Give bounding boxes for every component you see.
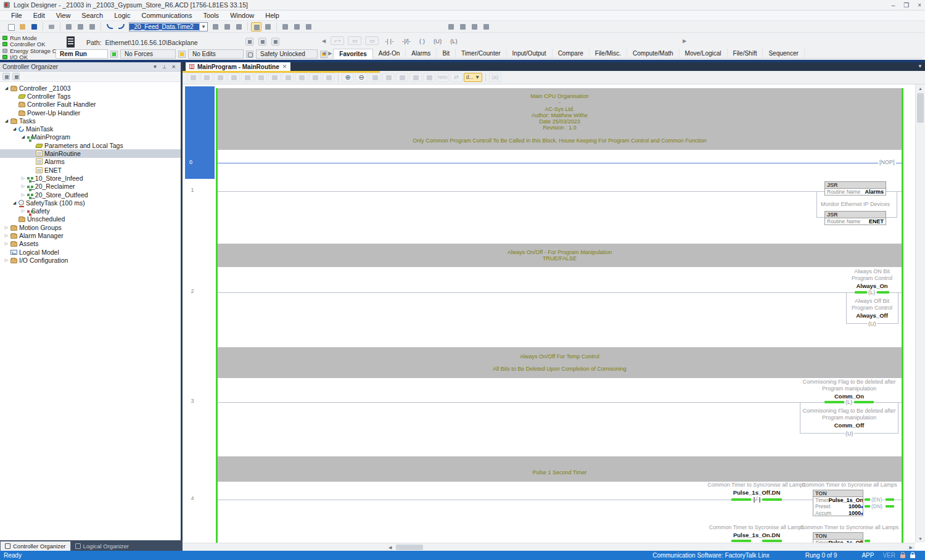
address-display-icon[interactable]: (a): [489, 73, 501, 82]
tree-item-controller[interactable]: Controller _21003: [0, 84, 181, 92]
bookmark-next-icon[interactable]: [458, 22, 468, 31]
palette-scroll-left-icon[interactable]: ◀: [321, 38, 327, 44]
fit-width-icon[interactable]: [369, 73, 381, 82]
rung0-wire[interactable]: [218, 163, 902, 163]
redo-icon[interactable]: [116, 22, 126, 31]
new-branch-icon[interactable]: ▭: [348, 36, 361, 45]
xio-contact-icon[interactable]: -|/|-: [400, 38, 413, 44]
tree-item-safety-program[interactable]: Safety: [0, 207, 181, 215]
tree-item-logical-model[interactable]: Logical Model: [0, 248, 181, 256]
edit-rung-icon[interactable]: [200, 73, 213, 82]
ton-pulse-off-block[interactable]: TON TimerPulse_1s_Off: [813, 532, 863, 543]
tag-combo-dropdown-icon[interactable]: ▼: [199, 23, 207, 31]
menu-logic[interactable]: Logic: [109, 11, 135, 20]
restore-button[interactable]: ❐: [903, 2, 909, 9]
tag-combo[interactable]: _20_Feed_Data.Time2 ▼: [129, 22, 208, 31]
scope-dropdown[interactable]: d... ▼: [464, 73, 482, 82]
organizer-dropdown-icon[interactable]: ▼: [150, 64, 160, 70]
tree-item-20-store-outfeed[interactable]: _20_Store_Outfeed: [0, 191, 181, 199]
vertical-scroll-thumb[interactable]: [917, 93, 924, 123]
rung1-number[interactable]: 1: [185, 187, 200, 193]
jsr-enet-block[interactable]: JSR Routine NameENET: [824, 211, 886, 225]
search-prev-icon[interactable]: [222, 22, 232, 31]
palette-tab-timercounter[interactable]: Timer/Counter: [456, 49, 507, 59]
tabs-scroll-right-icon[interactable]: ▶: [327, 51, 333, 56]
save-icon[interactable]: [29, 22, 39, 31]
bookmark-toggle-icon[interactable]: [446, 22, 456, 31]
paste-icon[interactable]: [87, 22, 97, 31]
organizer-pin-icon[interactable]: ⊥: [160, 64, 169, 70]
palette-tab-inputoutput[interactable]: Input/Output: [507, 49, 553, 59]
ladder-canvas[interactable]: 0 Main CPU Organisation - AC-Sys Ltd. Au…: [183, 84, 915, 543]
cut-icon[interactable]: [64, 22, 74, 31]
print-icon[interactable]: [46, 22, 57, 31]
find-icon[interactable]: [234, 22, 244, 31]
palette-tab-computemath[interactable]: Compute/Math: [627, 49, 680, 59]
palette-tab-fileshift[interactable]: File/Shift: [728, 49, 763, 59]
rung4-wire[interactable]: [218, 500, 902, 500]
tree-item-io-configuration[interactable]: I/O Configuration: [0, 256, 181, 264]
contact-tag[interactable]: Pulse_1s_Off.DN: [683, 489, 831, 496]
tab-close-icon[interactable]: ✕: [282, 64, 287, 70]
rung3-comment[interactable]: Always On/Off For Temp Control All Bits …: [218, 347, 902, 378]
start-pending-icon[interactable]: [282, 73, 294, 82]
verify-controller-icon[interactable]: [292, 22, 302, 31]
coil-tag[interactable]: Comm_Off: [794, 422, 905, 429]
toggle-structure-icon[interactable]: ⇄: [450, 73, 462, 82]
goto-rung-icon[interactable]: [396, 73, 408, 82]
tree-item-controller-fault-handler[interactable]: Controller Fault Handler: [0, 101, 181, 109]
unlatch-coil[interactable]: (U): [845, 430, 854, 437]
unlatch-coil[interactable]: (U): [868, 321, 877, 327]
otu-coil-icon[interactable]: (U): [431, 38, 444, 44]
tab-mainprogram-mainroutine[interactable]: MainProgram - MainRoutine ✕: [186, 62, 290, 71]
rung0-selection[interactable]: 0: [185, 86, 215, 179]
organizer-close-icon[interactable]: ✕: [169, 64, 178, 70]
tree-item-controller-tags[interactable]: Controller Tags: [0, 92, 181, 100]
search-next-icon[interactable]: [210, 22, 221, 31]
finalize-edits-icon[interactable]: [303, 22, 314, 31]
ladder-editor-toggle-icon[interactable]: [251, 22, 261, 31]
tree-item-safetytask[interactable]: SafetyTask (100 ms): [0, 199, 181, 207]
new-rung-icon[interactable]: ⌐¬: [331, 36, 344, 45]
nop-instruction[interactable]: [NOP]: [878, 159, 896, 165]
new-branch-level-icon[interactable]: ▭: [365, 36, 379, 45]
toggle-rung-comment-icon[interactable]: [187, 73, 199, 82]
menu-help[interactable]: Help: [260, 11, 284, 20]
menu-search[interactable]: Search: [76, 11, 108, 20]
tab-list-dropdown-icon[interactable]: ▼: [918, 64, 923, 69]
horizontal-scroll-thumb[interactable]: [396, 545, 423, 550]
contact-tag[interactable]: Pulse_1s_On.DN: [683, 532, 831, 538]
palette-scroll-right-icon[interactable]: ▶: [681, 38, 688, 44]
scroll-down-icon[interactable]: ▼: [918, 537, 923, 541]
palette-tab-alarms[interactable]: Alarms: [406, 49, 437, 59]
tabs-scroll-left-icon[interactable]: ◀: [321, 51, 327, 56]
forces-dropdown[interactable]: No Forces: [120, 49, 176, 59]
xic-contact-icon[interactable]: -| |-: [382, 38, 396, 44]
scroll-right-icon[interactable]: ▶: [910, 545, 913, 550]
tree-item-motion-groups[interactable]: Motion Groups: [0, 223, 181, 231]
open-file-icon[interactable]: [17, 22, 28, 31]
tab-logical-organizer[interactable]: Logical Organizer: [71, 541, 133, 551]
scroll-left-icon[interactable]: ◀: [388, 545, 392, 550]
palette-tab-addon[interactable]: Add-On: [373, 49, 406, 59]
edits-dropdown[interactable]: No Edits: [188, 49, 244, 59]
zoom-out-icon[interactable]: ⊖: [355, 73, 368, 82]
coil-tag[interactable]: Always_On: [835, 282, 909, 289]
ladder-vertical-scrollbar[interactable]: ▲ ▼: [915, 84, 925, 543]
palette-tab-bit[interactable]: Bit: [437, 49, 456, 59]
xio-contact[interactable]: [754, 497, 755, 503]
menu-edit[interactable]: Edit: [28, 11, 50, 20]
scroll-up-icon[interactable]: ▲: [918, 86, 923, 91]
tree-item-alarm-manager[interactable]: Alarm Manager: [0, 231, 181, 239]
assemble-edits-icon[interactable]: [255, 73, 267, 82]
cancel-edits-icon[interactable]: [268, 73, 281, 82]
rung0-comment[interactable]: Main CPU Organisation - AC-Sys Ltd. Auth…: [218, 88, 902, 150]
ton-pulse-on-block[interactable]: TON TimerPulse_1s_On Preset1000◀ Accum10…: [813, 490, 863, 516]
coil-tag[interactable]: Always_Off: [829, 312, 915, 319]
accept-rung-icon[interactable]: [228, 73, 240, 82]
undo-icon[interactable]: [104, 22, 115, 31]
palette-tab-movelogical[interactable]: Move/Logical: [680, 49, 728, 59]
ote-coil-icon[interactable]: ( ): [417, 38, 427, 44]
organizer-filter-icon[interactable]: [2, 73, 10, 80]
tree-item-enet-routine[interactable]: ENET: [0, 166, 181, 174]
